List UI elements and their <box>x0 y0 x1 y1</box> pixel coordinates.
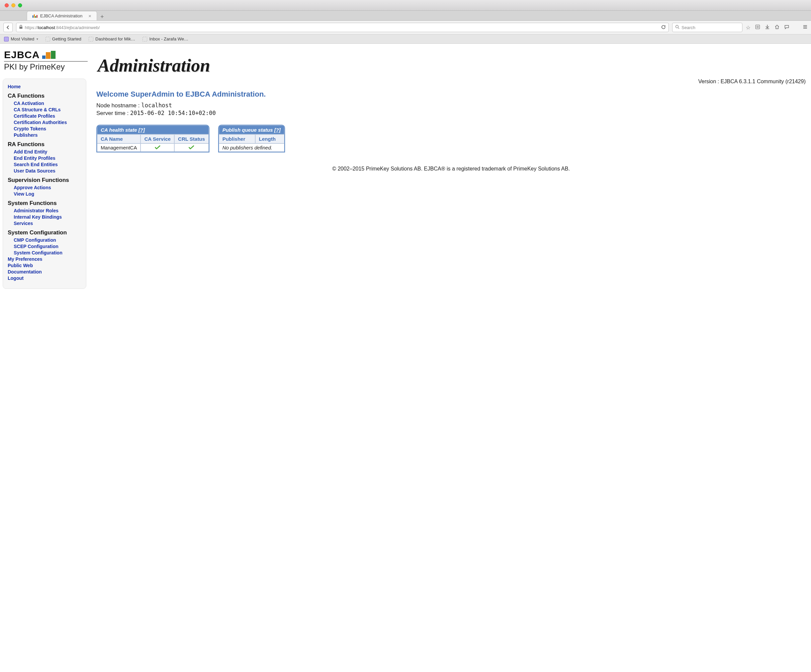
nav-item[interactable]: CMP Configuration <box>14 237 83 243</box>
nav-section-heading: CA Functions <box>8 93 83 99</box>
url-host: localhost <box>38 25 55 30</box>
logo-top: EJBCA <box>4 50 88 60</box>
url-scheme: https:// <box>25 25 38 30</box>
col-publisher: Publisher <box>219 134 255 144</box>
nav-bar: https:// localhost :8443/ejbca/adminweb/… <box>0 21 811 34</box>
nav-item[interactable]: Search End Entities <box>14 162 83 167</box>
bookmark-getting-started[interactable]: Getting Started <box>46 36 81 41</box>
servertime-line: Server time : 2015-06-02 10:54:10+02:00 <box>97 110 806 117</box>
nav-footer-link[interactable]: My Preferences <box>8 256 83 262</box>
bookmarks-bar: Most Visited ▾ Getting Started Dashboard… <box>0 34 811 44</box>
header-row: EJBCA PKI by PrimeKey Administration <box>0 44 811 76</box>
nav-footer-link[interactable]: Documentation <box>8 269 83 274</box>
nav-item[interactable]: CA Activation <box>14 101 83 106</box>
nav-item[interactable]: Internal Key Bindings <box>14 214 83 220</box>
nav-footer-link[interactable]: Logout <box>8 276 83 281</box>
check-icon <box>155 146 160 149</box>
tab-favicon-icon <box>32 14 37 18</box>
page-title: Administration <box>98 56 210 74</box>
bookmark-page-icon <box>143 37 147 41</box>
browser-tab-active[interactable]: EJBCA Administration × <box>27 11 97 20</box>
bookmark-folder-icon <box>4 37 9 41</box>
hostname-value: localhost <box>141 102 172 109</box>
logo-blocks-icon <box>42 51 56 59</box>
bookmark-page-icon <box>46 37 50 41</box>
search-box[interactable]: Search <box>672 23 742 32</box>
nav-item[interactable]: Crypto Tokens <box>14 126 83 131</box>
nav-item[interactable]: End Entity Profiles <box>14 156 83 161</box>
caption-text: CA health state <box>101 127 139 133</box>
nav-item[interactable]: CA Structure & CRLs <box>14 107 83 112</box>
new-tab-button[interactable]: + <box>97 14 107 20</box>
nav-section-heading: System Functions <box>8 200 83 207</box>
chat-icon[interactable] <box>784 24 789 31</box>
bookmark-label: Most Visited <box>11 36 34 41</box>
search-icon <box>675 25 680 30</box>
empty-message: No publishers defined. <box>219 144 284 152</box>
bookmark-label: Dashboard for Mik… <box>95 36 135 41</box>
nav-item[interactable]: Services <box>14 221 83 226</box>
nav-item[interactable]: Publishers <box>14 132 83 138</box>
minimize-icon[interactable] <box>11 3 15 7</box>
downloads-icon[interactable] <box>765 24 770 31</box>
tab-close-icon[interactable]: × <box>88 14 92 19</box>
nav-item[interactable]: User Data Sources <box>14 168 83 174</box>
footer-copyright: © 2002–2015 PrimeKey Solutions AB. EJBCA… <box>97 166 806 172</box>
nav-item[interactable]: Add End Entity <box>14 149 83 154</box>
tab-strip: EJBCA Administration × + <box>0 11 811 21</box>
main-content: Version : EJBCA 6.3.1.1 Community (r2142… <box>87 76 811 672</box>
help-link[interactable]: [?] <box>274 127 281 133</box>
sidebar: HomeCA FunctionsCA ActivationCA Structur… <box>3 79 87 289</box>
nav-home[interactable]: Home <box>8 84 83 89</box>
nav-item[interactable]: SCEP Configuration <box>14 244 83 249</box>
nav-section-heading: System Configuration <box>8 229 83 236</box>
bookmark-star-icon[interactable]: ☆ <box>746 24 750 31</box>
home-icon[interactable] <box>775 24 780 31</box>
bookmark-label: Inbox - Zarafa We… <box>149 36 188 41</box>
tab-title: EJBCA Administration <box>40 14 82 19</box>
table-caption: CA health state [?] <box>97 125 209 134</box>
table-row: ManagementCA <box>97 144 209 152</box>
table-empty-row: No publishers defined. <box>219 144 284 152</box>
close-icon[interactable] <box>5 3 9 7</box>
hostname-label: Node hostname : <box>97 102 141 109</box>
url-bar[interactable]: https:// localhost :8443/ejbca/adminweb/ <box>16 23 669 32</box>
cell-ca-name: ManagementCA <box>97 144 141 152</box>
check-icon <box>189 146 194 149</box>
cell-crl-status <box>174 144 209 152</box>
col-length: Length <box>255 134 284 144</box>
nav-item[interactable]: Approve Actions <box>14 185 83 190</box>
lock-icon <box>19 25 23 30</box>
chevron-down-icon: ▾ <box>36 37 38 41</box>
status-tables: CA health state [?] CA Name CA Service C… <box>97 125 806 152</box>
bookmark-most-visited[interactable]: Most Visited ▾ <box>4 36 38 41</box>
nav-item[interactable]: Administrator Roles <box>14 208 83 213</box>
help-link[interactable]: [?] <box>139 127 145 133</box>
nav-footer-link[interactable]: Public Web <box>8 263 83 268</box>
welcome-heading: Welcome SuperAdmin to EJBCA Administrati… <box>97 90 806 99</box>
zoom-icon[interactable] <box>18 3 22 7</box>
reload-icon[interactable] <box>661 25 666 30</box>
col-ca-name: CA Name <box>97 134 141 144</box>
nav-item[interactable]: Certification Authorities <box>14 120 83 125</box>
table-header-row: CA Name CA Service CRL Status <box>97 134 209 144</box>
nav-item[interactable]: Certificate Profiles <box>14 113 83 118</box>
bookmark-dashboard[interactable]: Dashboard for Mik… <box>89 36 135 41</box>
nav-item[interactable]: System Configuration <box>14 250 83 256</box>
traffic-lights <box>5 3 22 7</box>
servertime-value: 2015-06-02 10:54:10+02:00 <box>130 110 216 116</box>
bookmark-inbox[interactable]: Inbox - Zarafa We… <box>143 36 188 41</box>
table-caption: Publish queue status [?] <box>219 125 284 134</box>
back-button[interactable] <box>3 23 13 32</box>
logo-text: EJBCA <box>4 50 40 60</box>
hostname-line: Node hostname : localhost <box>97 102 806 109</box>
url-path: :8443/ejbca/adminweb/ <box>55 25 100 30</box>
search-placeholder: Search <box>682 25 695 30</box>
nav-item[interactable]: View Log <box>14 191 83 196</box>
reader-icon[interactable] <box>755 24 760 31</box>
logo: EJBCA PKI by PrimeKey <box>4 50 88 72</box>
logo-subtitle: PKI by PrimeKey <box>4 61 88 72</box>
menu-icon[interactable] <box>803 24 808 31</box>
version-line: Version : EJBCA 6.3.1.1 Community (r2142… <box>97 79 806 85</box>
table-publish-queue: Publish queue status [?] Publisher Lengt… <box>218 125 285 152</box>
